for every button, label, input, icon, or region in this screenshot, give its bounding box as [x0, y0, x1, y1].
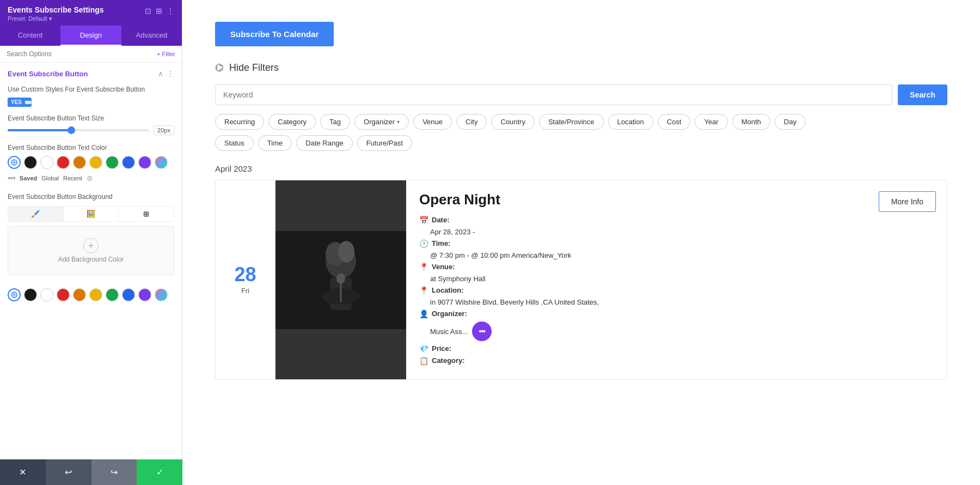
main-content: Subscribe To Calendar ⌬ Hide Filters Sea…	[182, 0, 980, 485]
chip-time[interactable]: Time	[258, 135, 292, 151]
cancel-button[interactable]: ✕	[0, 459, 46, 485]
section-header: Event Subscribe Button ∧ ⋮	[0, 63, 182, 82]
color-blue[interactable]	[122, 156, 135, 169]
collapse-icon[interactable]: ∧	[158, 69, 163, 78]
chip-category[interactable]: Category	[268, 114, 316, 130]
chip-venue[interactable]: Venue	[413, 114, 452, 130]
bottom-color-yellow[interactable]	[89, 288, 102, 301]
event-details: Opera Night 📅 Date: Apr 28, 2023 - 🕐 Tim…	[406, 180, 860, 379]
hide-filters-row[interactable]: ⌬ Hide Filters	[215, 62, 947, 74]
chip-date-range[interactable]: Date Range	[296, 135, 352, 151]
bg-tab-image[interactable]: ⊞	[119, 207, 174, 221]
chip-status[interactable]: Status	[215, 135, 254, 151]
bottom-color-green[interactable]	[106, 288, 119, 301]
color-picker-icon[interactable]	[8, 156, 21, 169]
panel-tabs: Content Design Advanced	[0, 26, 182, 46]
bottom-color-purple[interactable]	[138, 288, 151, 301]
chip-state[interactable]: State/Province	[539, 114, 604, 130]
bottom-color-blue[interactable]	[122, 288, 135, 301]
tab-design[interactable]: Design	[60, 26, 121, 46]
color-purple[interactable]	[138, 156, 151, 169]
chip-country[interactable]: Country	[491, 114, 535, 130]
chip-city[interactable]: City	[456, 114, 487, 130]
panel-header-icons: ⊡ ⊞ ⋮	[145, 7, 174, 15]
panel-title: Events Subscribe Settings	[8, 5, 104, 14]
panel-preset[interactable]: Preset: Default ▾	[8, 15, 104, 22]
color-orange[interactable]	[73, 156, 86, 169]
more-info-column: More Info	[860, 180, 947, 379]
undo-button[interactable]: ↩	[46, 459, 91, 485]
more-info-button[interactable]: More Info	[879, 191, 936, 212]
color-settings-icon[interactable]: ⚙	[87, 174, 93, 183]
chip-day[interactable]: Day	[775, 114, 806, 130]
add-bg-box[interactable]: + Add Background Color	[8, 226, 174, 275]
organizer-label: Organizer:	[432, 310, 467, 318]
chip-organizer[interactable]: Organizer▾	[354, 114, 409, 130]
custom-styles-toggle[interactable]: YES	[8, 98, 32, 107]
color-swatches-row	[8, 156, 174, 169]
svg-point-13	[338, 241, 354, 263]
event-time-row: 🕐 Time:	[419, 239, 847, 248]
event-category-row: 📋 Category:	[419, 356, 847, 365]
bottom-color-picker-icon[interactable]	[8, 288, 21, 301]
recent-tab[interactable]: Recent	[63, 175, 82, 181]
event-day-number: 28	[234, 265, 256, 284]
bottom-color-orange[interactable]	[73, 288, 86, 301]
text-size-slider-thumb[interactable]	[68, 126, 75, 134]
bg-tab-gradient[interactable]: 🖼️	[64, 207, 119, 221]
redo-button[interactable]: ↪	[91, 459, 137, 485]
section-title: Event Subscribe Button	[8, 70, 88, 78]
saved-tab[interactable]: Saved	[20, 175, 37, 181]
bg-tabs: 🖌️ 🖼️ ⊞	[8, 206, 174, 222]
color-green[interactable]	[106, 156, 119, 169]
confirm-button[interactable]: ✓	[137, 459, 182, 485]
text-size-value: 20px	[154, 125, 174, 135]
more-icon[interactable]: ⋮	[167, 7, 174, 15]
search-button[interactable]: Search	[898, 84, 947, 105]
expand-icon[interactable]: ⊞	[156, 7, 162, 15]
bg-tab-color[interactable]: 🖌️	[8, 207, 64, 221]
more-colors-icon[interactable]: •••	[8, 173, 15, 183]
tab-content[interactable]: Content	[0, 26, 60, 46]
venue-icon: 📍	[419, 263, 428, 271]
chip-year[interactable]: Year	[695, 114, 727, 130]
category-label: Category:	[432, 356, 465, 365]
text-size-label: Event Subscribe Button Text Size	[8, 114, 174, 125]
global-tab[interactable]: Global	[41, 175, 59, 181]
subscribe-to-calendar-button[interactable]: Subscribe To Calendar	[215, 22, 334, 46]
bottom-color-black[interactable]	[24, 288, 37, 301]
section-more-icon[interactable]: ⋮	[167, 69, 174, 78]
chip-recurring[interactable]: Recurring	[215, 114, 264, 130]
keyword-input[interactable]	[215, 84, 892, 105]
event-time-value: @ 7:30 pm - @ 10:00 pm America/New_York	[430, 251, 847, 259]
bottom-color-white[interactable]	[40, 288, 53, 301]
chip-tag[interactable]: Tag	[320, 114, 350, 130]
search-options-input[interactable]	[7, 50, 152, 58]
chip-month[interactable]: Month	[732, 114, 770, 130]
minimize-icon[interactable]: ⊡	[145, 7, 151, 15]
chip-cost[interactable]: Cost	[658, 114, 691, 130]
location-label: Location:	[432, 286, 464, 294]
event-date-row: 📅 Date:	[419, 216, 847, 225]
filter-funnel-icon: ⌬	[215, 62, 224, 74]
toggle-row: YES	[0, 94, 182, 110]
color-yellow[interactable]	[89, 156, 102, 169]
color-custom[interactable]	[155, 156, 168, 169]
chip-future-past[interactable]: Future/Past	[357, 135, 412, 151]
calendar-icon: 📅	[419, 216, 428, 225]
event-location-row: 📍 Location:	[419, 286, 847, 295]
tab-advanced[interactable]: Advanced	[121, 26, 182, 46]
color-red[interactable]	[57, 156, 70, 169]
bottom-color-red[interactable]	[57, 288, 70, 301]
chip-location[interactable]: Location	[608, 114, 653, 130]
venue-label: Venue:	[432, 263, 455, 271]
event-location-value: in 9077 Wilshire Blvd, Beverly Hills ,CA…	[430, 298, 847, 306]
event-day-name: Fri	[241, 287, 249, 295]
bottom-color-custom[interactable]	[155, 288, 168, 301]
event-title: Opera Night	[419, 191, 847, 208]
filter-button[interactable]: + Filter	[157, 51, 175, 57]
color-white[interactable]	[40, 156, 53, 169]
color-black[interactable]	[24, 156, 37, 169]
hide-filters-label: Hide Filters	[229, 62, 279, 74]
event-venue-value: at Symphony Hall	[430, 275, 847, 283]
